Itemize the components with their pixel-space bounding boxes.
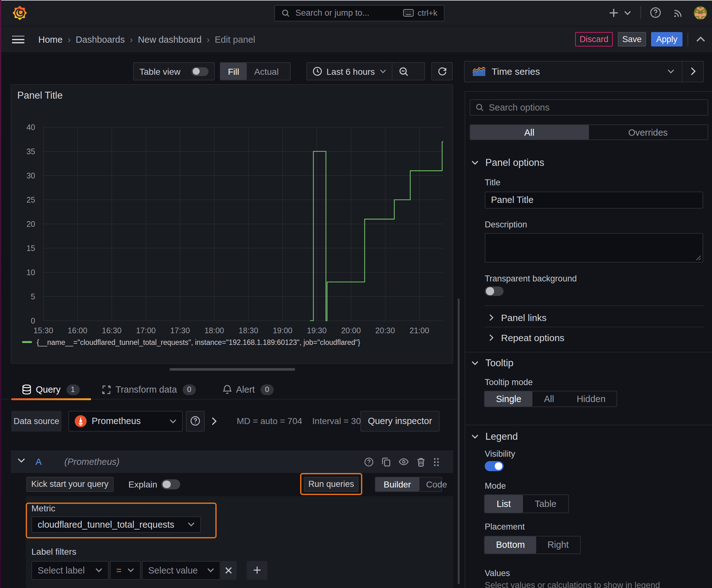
section-tooltip-title: Tooltip [486,357,514,369]
news-button[interactable] [673,7,684,18]
section-panel-options[interactable]: Panel options [472,157,544,168]
query-row-header[interactable]: A (Prometheus) [10,450,453,473]
menu-toggle-button[interactable] [12,36,24,43]
legend-placement-right[interactable]: Right [536,536,580,553]
repeat-options-section[interactable]: Repeat options [489,332,564,343]
drag-query-handle[interactable] [433,457,439,466]
options-tab-overrides[interactable]: Overrides [589,125,707,140]
section-legend[interactable]: Legend [472,431,518,442]
collapse-header-button[interactable] [693,37,708,42]
legend-series-label[interactable]: {__name__="cloudflared_tunnel_total_requ… [37,338,360,346]
legend-mode-list[interactable]: List [485,495,523,512]
refresh-button[interactable] [431,62,453,80]
visualization-select[interactable]: Time series [465,62,682,81]
zoom-out-icon [399,66,409,76]
breadcrumb-home[interactable]: Home [38,34,63,44]
legend-visibility-toggle[interactable] [485,461,503,471]
new-menu-button[interactable] [609,8,631,18]
chevron-right-icon [489,314,494,321]
actual-option[interactable]: Actual [247,63,286,80]
toggle-viz-picker-button[interactable] [682,62,703,81]
table-view-toggle[interactable] [192,67,209,76]
expand-stats-button[interactable] [212,417,217,425]
panel-title-input[interactable]: Panel Title [485,191,703,208]
time-range-button[interactable]: Last 6 hours [307,63,392,80]
legend-mode-group: List Table [484,495,569,513]
grafana-logo[interactable] [13,5,27,21]
tooltip-mode-single[interactable]: Single [485,391,533,406]
datasource-picker[interactable]: Prometheus [68,411,183,431]
label-filter-key-select[interactable]: Select label [31,561,109,580]
copy-icon [382,457,390,466]
help-button[interactable] [650,7,661,19]
duplicate-query-button[interactable] [382,457,390,466]
breadcrumb-dashboards[interactable]: Dashboards [75,34,125,44]
datasource-help-button[interactable] [186,411,205,431]
label-filter-value-select[interactable]: Select value [142,561,220,580]
breadcrumb-new-dashboard[interactable]: New dashboard [138,34,201,44]
user-avatar[interactable] [694,6,707,19]
legend-mode-table[interactable]: Table [523,495,568,512]
explain-label: Explain [128,479,157,489]
datasource-label: Data source [11,411,62,431]
chevron-down-icon [128,568,134,572]
editor-splitter-handle[interactable] [170,368,295,371]
interval-stat: Interval = 30s [312,416,365,426]
window-top-line [1,0,712,1]
chevron-down-icon [170,419,176,423]
query-inspector-button[interactable]: Query inspector [360,411,439,431]
tab-transform-data[interactable]: Transform data 0 [102,379,196,400]
transparent-background-toggle[interactable] [485,286,503,296]
query-row-actions [364,450,439,473]
tab-query-label: Query [36,384,61,395]
global-search-input[interactable]: Search or jump to... ctrl+k [274,5,444,21]
discard-button[interactable]: Discard [575,32,613,47]
visibility-label: Visibility [485,449,515,459]
code-option[interactable]: Code [419,478,454,491]
label-filter-operator-select[interactable]: = [110,561,141,580]
tab-query[interactable]: Query 1 [22,379,80,400]
zoom-out-button[interactable] [392,63,415,80]
legend-placement-bottom[interactable]: Bottom [485,536,536,553]
tooltip-mode-all[interactable]: All [533,391,565,406]
query-help-button[interactable] [364,457,373,466]
section-legend-title: Legend [486,431,518,442]
rss-icon [673,7,684,18]
section-tooltip[interactable]: Tooltip [472,357,514,369]
legend-values-label: Values [485,569,510,578]
time-series-chart[interactable]: 051015202530354015:3016:0016:3017:0017:3… [11,84,452,363]
clock-icon [313,67,322,76]
breadcrumb: Home › Dashboards › New dashboard › Edit… [38,26,255,52]
panel-links-section[interactable]: Panel links [489,312,546,323]
options-search-input[interactable]: Search options [469,99,708,115]
panel-description-textarea[interactable] [485,233,703,262]
fill-actual-switch: Fill Actual [220,62,291,80]
bell-icon [223,384,232,395]
svg-text:35: 35 [26,147,35,155]
description-field-label: Description [485,220,527,229]
fill-option[interactable]: Fill [220,63,247,80]
tooltip-mode-hidden[interactable]: Hidden [565,391,617,406]
options-tab-all[interactable]: All [470,125,589,140]
collapse-query-icon[interactable] [17,458,25,463]
main-scrollbar[interactable] [458,298,459,584]
save-button[interactable]: Save [618,32,646,47]
search-shortcut: ctrl+k [403,8,437,18]
search-shortcut-label: ctrl+k [417,8,437,18]
legend-placement-group: Bottom Right [484,536,581,554]
toggle-query-visibility-button[interactable] [398,458,408,465]
builder-option[interactable]: Builder [375,478,419,491]
chevron-down-icon [17,458,25,463]
add-filter-button[interactable] [246,561,267,580]
remove-filter-button[interactable] [221,561,236,580]
remove-query-button[interactable] [416,457,425,466]
metric-highlight [26,502,217,538]
explain-toggle[interactable] [161,479,180,489]
kick-start-query-button[interactable]: Kick start your query [26,477,113,491]
query-ref-id[interactable]: A [36,456,42,467]
editor-tabs: Query 1 Transform data 0 Alert 0 [0,379,457,400]
apply-button[interactable]: Apply [651,32,683,47]
svg-text:15: 15 [26,244,35,252]
label-filters-label: Label filters [31,547,76,556]
tab-alert[interactable]: Alert 0 [223,379,274,400]
